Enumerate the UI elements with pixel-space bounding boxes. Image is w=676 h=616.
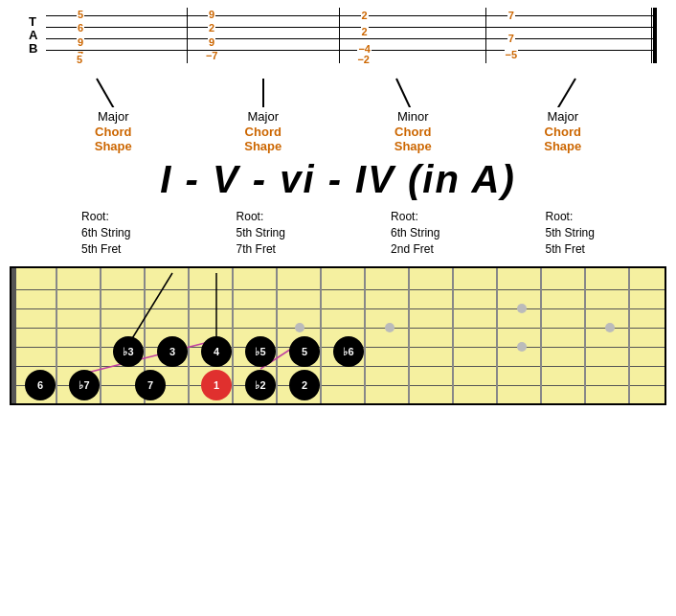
tab-num: 5	[77, 10, 84, 20]
root-section: Root: 6th String 5th Fret Root: 5th Stri…	[0, 207, 676, 262]
tab-num: −4	[357, 44, 372, 55]
chord-label-1: Major Chord Shape	[75, 109, 151, 154]
arrow-1-svg	[89, 71, 137, 107]
arrow-group-3: Minor Chord Shape	[374, 71, 451, 154]
tab-num: 6	[77, 23, 84, 34]
tab-label: T A B	[29, 8, 46, 63]
arrow-group-1: Major Chord Shape	[75, 71, 151, 154]
tab-num: 2	[361, 27, 369, 37]
root-info-4: Root: 5th String 5th Fret	[546, 209, 595, 257]
tab-num: −7	[205, 51, 219, 61]
chord-label-3: Minor Chord Shape	[374, 109, 451, 154]
arrow-group-2: Major Chord Shape	[225, 71, 302, 154]
svg-line-1	[97, 79, 123, 107]
root-info-3: Root: 6th String 2nd Fret	[391, 209, 439, 257]
tab-num: 7	[507, 11, 515, 21]
fretboard-wrapper: 6 ♭7 ♭3 7 3 4 1 ♭5 ♭2 5 2 ♭6	[10, 266, 666, 405]
root-info-2: Root: 5th String 7th Fret	[237, 209, 285, 257]
note-b7: ♭7	[69, 370, 100, 400]
tab-num: 2	[208, 23, 215, 34]
arrow-group-4: Major Chord Shape	[525, 71, 601, 154]
note-root-1: 1	[201, 370, 232, 400]
arrow-3-svg	[389, 71, 437, 107]
svg-line-10	[83, 340, 216, 374]
note-2: 2	[289, 370, 320, 400]
note-b5: ♭5	[245, 336, 276, 367]
tab-num: 9	[208, 10, 215, 20]
note-7: 7	[135, 370, 166, 400]
note-b2: ♭2	[245, 370, 276, 400]
arrow-2-svg	[239, 71, 287, 107]
tab-num: 2	[361, 11, 369, 21]
tab-num: 9	[77, 37, 84, 48]
roman-numeral-heading: I - V - vi - IV (in A)	[0, 154, 676, 207]
note-5: 5	[289, 336, 320, 367]
note-3: 3	[157, 336, 188, 367]
arrows-section: Major Chord Shape Major Chord Shape	[0, 63, 676, 154]
chord-label-4: Major Chord Shape	[525, 109, 601, 154]
svg-line-7	[549, 79, 575, 107]
svg-line-8	[131, 273, 172, 340]
note-b6: ♭6	[333, 336, 364, 367]
tab-num: 9	[208, 37, 215, 48]
fretboard: 6 ♭7 ♭3 7 3 4 1 ♭5 ♭2 5 2 ♭6	[10, 266, 666, 405]
tab-num: 7	[507, 34, 515, 44]
root-info-1: Root: 6th String 5th Fret	[81, 209, 130, 257]
chord-label-2: Major Chord Shape	[225, 109, 302, 154]
fretboard-lines-svg	[11, 268, 665, 403]
tab-section: T A B 5 6 9 7 5 9 2 9	[0, 0, 676, 63]
note-6: 6	[25, 370, 56, 400]
svg-line-5	[396, 79, 417, 107]
note-b3: ♭3	[113, 336, 144, 367]
note-4: 4	[201, 336, 232, 367]
arrow-4-svg	[539, 71, 587, 107]
tab-num: −5	[505, 50, 519, 60]
